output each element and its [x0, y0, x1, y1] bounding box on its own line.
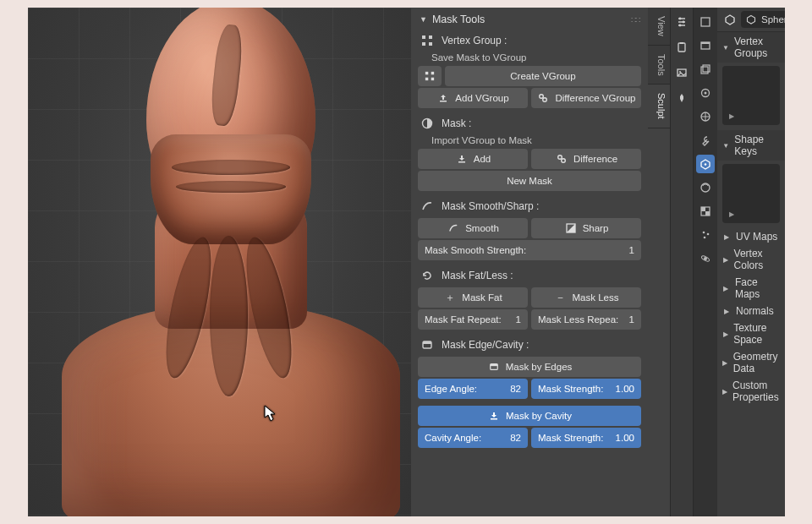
download-icon	[487, 411, 501, 421]
chevron-right-icon: ▶	[722, 308, 731, 315]
custom-properties-item[interactable]: ▶Custom Properties	[717, 377, 785, 406]
grid-icon	[420, 33, 435, 48]
pin-icon[interactable]	[672, 89, 691, 107]
edge-angle-field[interactable]: Edge Angle: 82	[418, 379, 528, 399]
section-fat-less: Mask Fat/Less :	[418, 265, 641, 286]
mask-difference-button[interactable]: Difference	[531, 149, 641, 169]
svg-rect-12	[458, 161, 465, 163]
circle-half-icon	[420, 116, 435, 131]
properties-tab-column	[694, 8, 717, 516]
mask-fat-button[interactable]: ＋ Mask Fat	[418, 287, 528, 308]
vertex-groups-header[interactable]: ▼ Vertex Groups	[717, 32, 785, 63]
render-tab-icon[interactable]	[696, 13, 715, 31]
svg-point-42	[707, 233, 710, 236]
vertex-group-subtitle: Save Mask to VGroup	[418, 51, 641, 64]
svg-rect-28	[701, 18, 710, 26]
shape-keys-list[interactable]: ▶	[722, 164, 780, 223]
disclosure-icon: ▼	[420, 15, 427, 24]
viewport-3d[interactable]	[28, 8, 411, 516]
texture-tab-icon[interactable]	[696, 202, 715, 221]
object-name-field[interactable]: Sphere	[741, 11, 785, 28]
mask-add-button[interactable]: Add	[418, 149, 528, 169]
normals-item[interactable]: ▶Normals	[717, 303, 785, 319]
npanel-tab-sculpt[interactable]: Sculpt	[648, 85, 670, 128]
svg-point-23	[679, 25, 682, 27]
svg-rect-7	[431, 78, 434, 80]
edge-mask-strength-field[interactable]: Mask Strength: 1.00	[531, 379, 641, 399]
smooth-strength-field[interactable]: Mask Smooth Strength: 1	[418, 240, 641, 260]
svg-rect-5	[431, 72, 434, 74]
vgroup-grid-button[interactable]	[418, 66, 442, 86]
chevron-right-icon: ▶	[722, 256, 729, 264]
geometry-data-item[interactable]: ▶Geometry Data	[717, 348, 785, 377]
image-icon[interactable]	[672, 63, 691, 82]
panel-title-row[interactable]: ▼ Mask Tools ∷∷	[418, 11, 641, 30]
mesh-data-tab-icon[interactable]	[696, 155, 715, 173]
svg-point-36	[705, 163, 707, 166]
svg-point-43	[704, 237, 706, 239]
shape-keys-header[interactable]: ▼ Shape Keys	[717, 130, 785, 161]
texture-space-item[interactable]: ▶Texture Space	[717, 319, 785, 348]
clipboard-icon[interactable]	[672, 38, 691, 57]
difference-vgroup-button[interactable]: Difference VGroup	[531, 88, 641, 108]
chevron-right-icon: ▶	[722, 359, 728, 367]
svg-rect-1	[429, 35, 432, 39]
vertex-colors-item[interactable]: ▶Vertex Colors	[717, 245, 785, 274]
viewlayer-tab-icon[interactable]	[696, 60, 715, 79]
drag-handle-icon[interactable]: ∷∷	[631, 15, 639, 25]
mask-by-cavity-button[interactable]: Mask by Cavity	[418, 406, 641, 426]
less-repeat-field[interactable]: Mask Less Repea: 1	[531, 309, 641, 330]
smooth-button[interactable]: Smooth	[418, 218, 528, 238]
add-vgroup-button[interactable]: Add VGroup	[418, 88, 528, 108]
svg-rect-4	[425, 72, 428, 74]
uv-maps-label: UV Maps	[736, 231, 777, 243]
mesh-data-icon	[724, 12, 736, 27]
physics-tab-icon[interactable]	[696, 249, 715, 268]
npanel-tab-view[interactable]: View	[648, 8, 670, 46]
chevron-right-icon: ▶	[722, 330, 728, 338]
output-tab-icon[interactable]	[696, 36, 715, 55]
svg-point-10	[543, 98, 547, 102]
mask-by-edges-button[interactable]: Mask by Edges	[418, 357, 641, 377]
panel-icon	[487, 362, 501, 372]
svg-rect-24	[678, 43, 685, 52]
sculpt-mesh	[70, 8, 383, 516]
svg-rect-40	[705, 211, 710, 216]
object-name-text: Sphere	[761, 14, 785, 25]
wrench-icon[interactable]	[696, 131, 715, 150]
chain-icon	[536, 93, 550, 103]
uv-maps-item[interactable]: ▶UV Maps	[717, 228, 785, 245]
section-vertex-group-label: Vertex Group :	[442, 35, 507, 46]
mask-less-button[interactable]: − Mask Less	[531, 287, 641, 308]
npanel-tab-tools[interactable]: Tools	[648, 46, 670, 85]
material-tab-icon[interactable]	[696, 178, 715, 197]
section-fat-less-label: Mask Fat/Less :	[442, 270, 513, 281]
header-tool-column	[670, 8, 694, 516]
chain-icon	[555, 154, 568, 164]
fat-repeat-field[interactable]: Mask Fat Repeat: 1	[418, 309, 528, 330]
chevron-down-icon: ▼	[722, 142, 729, 150]
download-icon	[455, 154, 469, 164]
plus-icon: ＋	[443, 292, 457, 304]
particles-tab-icon[interactable]	[696, 226, 715, 244]
vertex-groups-list[interactable]: ▶	[722, 66, 780, 125]
world-tab-icon[interactable]	[696, 107, 715, 126]
mesh-icon	[746, 14, 756, 25]
svg-rect-2	[422, 42, 425, 46]
svg-rect-3	[429, 42, 432, 46]
cavity-angle-field[interactable]: Cavity Angle: 82	[418, 428, 528, 448]
svg-point-13	[558, 156, 562, 160]
new-mask-button[interactable]: New Mask	[418, 171, 641, 191]
scene-tab-icon[interactable]	[696, 84, 715, 102]
sharp-button[interactable]: Sharp	[531, 218, 641, 238]
vertex-colors-label: Vertex Colors	[734, 248, 780, 271]
create-vgroup-button[interactable]: Create VGroup	[445, 66, 641, 86]
cavity-mask-strength-field[interactable]: Mask Strength: 1.00	[531, 428, 641, 448]
chevron-down-icon: ▼	[722, 44, 729, 52]
minus-icon: −	[554, 292, 568, 303]
section-mask: Mask :	[418, 113, 641, 134]
face-maps-item[interactable]: ▶Face Maps	[717, 274, 785, 303]
grid-icon	[423, 71, 436, 81]
options-icon[interactable]	[672, 13, 691, 31]
svg-point-22	[683, 21, 685, 24]
